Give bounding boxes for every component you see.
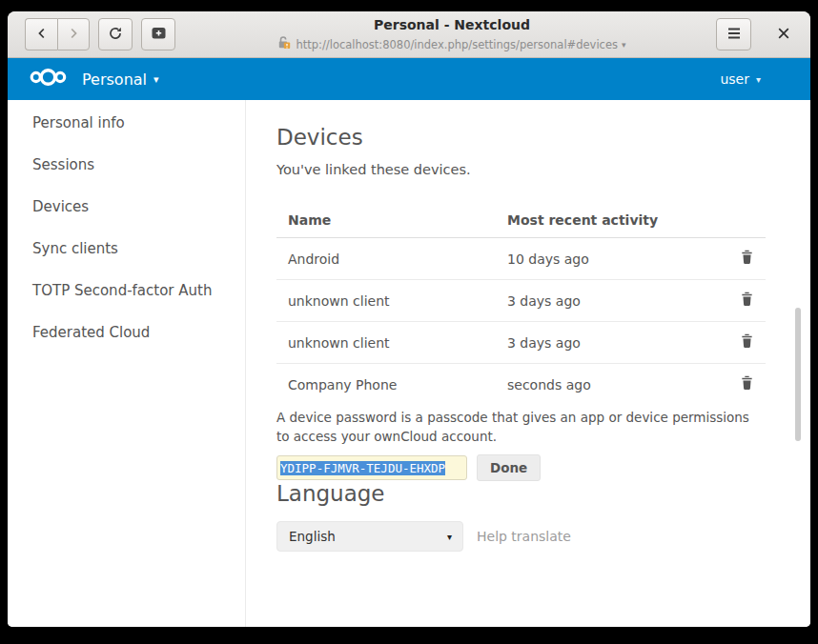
user-menu[interactable]: user ▾ xyxy=(720,71,810,87)
delete-device-button[interactable] xyxy=(740,292,754,307)
sidebar-item-federated-cloud[interactable]: Federated Cloud xyxy=(8,312,245,353)
language-heading: Language xyxy=(276,481,810,506)
device-activity: 3 days ago xyxy=(496,322,705,364)
nav-button-group xyxy=(25,18,175,50)
device-password-row: YDIPP-FJMVR-TEJDU-EHXDP Done xyxy=(276,454,810,481)
device-name: unknown client xyxy=(276,322,496,364)
url-text: http://localhost:8080/index.php/settings… xyxy=(296,38,618,51)
table-row: unknown client 3 days ago xyxy=(276,280,766,322)
device-password-input[interactable]: YDIPP-FJMVR-TEJDU-EHXDP xyxy=(276,455,467,480)
done-button[interactable]: Done xyxy=(477,454,541,481)
device-activity: 3 days ago xyxy=(496,280,705,322)
close-button[interactable] xyxy=(772,23,795,46)
column-header-activity: Most recent activity xyxy=(496,203,705,238)
delete-device-button[interactable] xyxy=(740,250,754,265)
app-menu-caret-icon: ▾ xyxy=(153,73,159,86)
help-translate-link[interactable]: Help translate xyxy=(477,529,571,544)
forward-icon xyxy=(67,27,80,43)
settings-content: Devices You've linked these devices. Nam… xyxy=(246,100,810,627)
devices-heading: Devices xyxy=(276,125,810,150)
app-menu-label: Personal xyxy=(82,70,147,89)
url-bar[interactable]: http://localhost:8080/index.php/settings… xyxy=(198,35,706,53)
browser-window: Personal - Nextcloud http://localhost:80… xyxy=(8,11,810,627)
select-caret-icon: ▾ xyxy=(447,532,452,542)
insecure-connection-icon xyxy=(277,35,291,53)
language-selected-value: English xyxy=(289,529,336,544)
devices-intro: You've linked these devices. xyxy=(276,162,810,177)
sidebar-item-sync-clients[interactable]: Sync clients xyxy=(8,228,245,270)
delete-device-button[interactable] xyxy=(740,333,754,349)
trash-icon xyxy=(740,295,754,310)
device-password-value: YDIPP-FJMVR-TEJDU-EHXDP xyxy=(280,461,445,475)
nextcloud-logo-icon xyxy=(29,69,69,90)
new-tab-button[interactable] xyxy=(141,18,175,50)
device-activity: seconds ago xyxy=(496,364,705,406)
column-header-name: Name xyxy=(276,203,496,238)
sidebar-item-devices[interactable]: Devices xyxy=(8,186,245,228)
url-dropdown-icon[interactable]: ▾ xyxy=(622,40,626,50)
nextcloud-header: Personal ▾ user ▾ xyxy=(8,58,810,100)
device-password-note: A device password is a passcode that giv… xyxy=(276,409,758,446)
scrollbar-thumb[interactable] xyxy=(795,308,801,441)
language-select[interactable]: English ▾ xyxy=(276,521,463,552)
column-header-actions xyxy=(705,203,766,238)
hamburger-icon xyxy=(727,28,741,42)
device-name: unknown client xyxy=(276,280,496,322)
delete-device-button[interactable] xyxy=(740,375,754,391)
titlebar: Personal - Nextcloud http://localhost:80… xyxy=(8,11,810,58)
device-name: Android xyxy=(276,238,496,280)
trash-icon xyxy=(740,253,754,268)
close-icon xyxy=(777,27,790,43)
trash-icon xyxy=(740,337,754,352)
device-name: Company Phone xyxy=(276,364,496,406)
user-menu-caret-icon: ▾ xyxy=(756,74,761,85)
device-activity: 10 days ago xyxy=(496,238,705,280)
table-row: Android 10 days ago xyxy=(276,238,766,280)
menu-button[interactable] xyxy=(716,18,751,50)
table-header-row: Name Most recent activity xyxy=(276,203,766,238)
sidebar-item-sessions[interactable]: Sessions xyxy=(8,144,245,186)
back-button[interactable] xyxy=(25,18,57,50)
window-title: Personal - Nextcloud xyxy=(198,16,706,34)
trash-icon xyxy=(740,379,754,393)
app-menu[interactable]: Personal ▾ xyxy=(8,69,159,90)
table-row: Company Phone seconds ago xyxy=(276,364,766,406)
sidebar-item-totp[interactable]: TOTP Second-factor Auth xyxy=(8,270,245,312)
reload-button[interactable] xyxy=(98,18,133,50)
table-row: unknown client 3 days ago xyxy=(276,322,766,364)
back-icon xyxy=(35,27,49,43)
language-row: English ▾ Help translate xyxy=(276,521,810,552)
new-tab-icon xyxy=(151,26,167,43)
user-menu-label: user xyxy=(720,71,749,87)
sidebar-item-personal-info[interactable]: Personal info xyxy=(8,102,245,144)
devices-table: Name Most recent activity Android 10 day… xyxy=(276,203,766,405)
reload-icon xyxy=(108,26,123,44)
title-area: Personal - Nextcloud http://localhost:80… xyxy=(198,16,706,53)
settings-sidebar: Personal info Sessions Devices Sync clie… xyxy=(8,100,246,627)
forward-button[interactable] xyxy=(57,18,90,50)
